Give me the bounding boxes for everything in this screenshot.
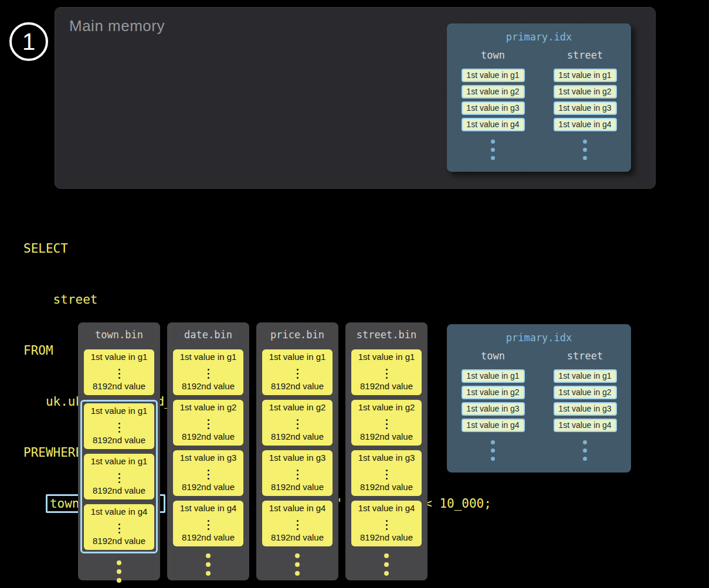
granule-last-value: 8192nd value	[182, 532, 235, 542]
main-memory-title: Main memory	[69, 17, 165, 35]
granule-first-value: 1st value in g2	[269, 402, 326, 412]
idx-entry: 1st value in g4	[462, 118, 525, 131]
idx-entry: 1st value in g2	[554, 85, 617, 98]
idx-column-street: street 1st value in g1 1st value in g2 1…	[544, 49, 626, 164]
bin-title: price.bin	[256, 322, 338, 341]
granule-first-value: 1st value in g1	[358, 352, 415, 362]
idx-entry: 1st value in g4	[554, 118, 617, 131]
idx-entry: 1st value in g1	[554, 69, 617, 82]
idx-entry: 1st value in g3	[554, 402, 617, 416]
primary-idx-title: primary.idx	[447, 23, 631, 43]
granule-first-value: 1st value in g4	[180, 503, 237, 513]
idx-entry: 1st value in g2	[462, 386, 525, 399]
idx-column-header: street	[567, 350, 603, 362]
granule-first-value: 1st value in g2	[180, 402, 237, 412]
ellipsis-dots-icon	[78, 560, 160, 587]
step-number-badge: 1	[9, 22, 48, 61]
granule-last-value: 8192nd value	[360, 482, 413, 492]
ellipsis-dots-icon	[491, 140, 495, 164]
selected-granules-box: 1st value in g1 8192nd value 1st value i…	[80, 400, 158, 553]
idx-entry: 1st value in g3	[462, 101, 525, 115]
primary-idx-panel-memory: primary.idx town 1st value in g1 1st val…	[447, 23, 631, 172]
ellipsis-dots-icon	[297, 419, 298, 431]
idx-entry: 1st value in g4	[462, 419, 525, 432]
granule-last-value: 8192nd value	[93, 536, 145, 546]
granule-block: 1st value in g2 8192nd value	[262, 400, 333, 446]
granule-block: 1st value in g1 8192nd value	[84, 454, 154, 499]
granule-first-value: 1st value in g3	[358, 453, 415, 463]
granule-block: 1st value in g1 8192nd value	[84, 349, 154, 395]
ellipsis-dots-icon	[118, 524, 120, 536]
granule-last-value: 8192nd value	[93, 381, 145, 391]
granule-first-value: 1st value in g4	[269, 503, 326, 513]
sql-indent	[23, 497, 46, 511]
idx-entry: 1st value in g1	[554, 369, 617, 383]
granule-block: 1st value in g1 8192nd value	[84, 403, 154, 449]
step-number: 1	[22, 29, 35, 55]
granule-first-value: 1st value in g2	[358, 402, 415, 412]
bin-panel-street: street.bin 1st value in g1 8192nd value …	[345, 322, 428, 580]
bin-panel-town: town.bin 1st value in g1 8192nd value 1s…	[78, 322, 160, 580]
granule-last-value: 8192nd value	[182, 431, 235, 441]
granule-last-value: 8192nd value	[271, 381, 324, 391]
idx-entry: 1st value in g3	[554, 101, 617, 115]
ellipsis-dots-icon	[208, 470, 209, 482]
idx-column-town: town 1st value in g1 1st value in g2 1st…	[452, 49, 534, 164]
idx-entry: 1st value in g2	[554, 386, 617, 399]
granule-block: 1st value in g1 8192nd value	[173, 349, 243, 395]
primary-idx-columns: town 1st value in g1 1st value in g2 1st…	[447, 49, 631, 164]
granule-last-value: 8192nd value	[360, 532, 413, 542]
granule-block: 1st value in g1 8192nd value	[262, 349, 333, 395]
ellipsis-dots-icon	[386, 520, 388, 532]
granule-block: 1st value in g1 8192nd value	[351, 349, 422, 395]
granule-last-value: 8192nd value	[93, 485, 145, 495]
ellipsis-dots-icon	[118, 423, 120, 435]
ellipsis-dots-icon	[345, 553, 428, 580]
granule-last-value: 8192nd value	[360, 431, 413, 441]
idx-entry: 1st value in g3	[462, 402, 525, 416]
ellipsis-dots-icon	[118, 369, 120, 381]
primary-idx-panel-disk: primary.idx town 1st value in g1 1st val…	[447, 324, 631, 473]
diagram-canvas: 1 Main memory primary.idx town 1st value…	[0, 0, 709, 588]
granule-first-value: 1st value in g3	[269, 453, 326, 463]
granule-block: 1st value in g3 8192nd value	[262, 450, 333, 496]
ellipsis-dots-icon	[386, 419, 388, 431]
granule-last-value: 8192nd value	[182, 381, 235, 391]
idx-column-header: street	[567, 49, 603, 61]
granule-first-value: 1st value in g1	[91, 456, 148, 466]
granule-block: 1st value in g3 8192nd value	[173, 450, 243, 496]
ellipsis-dots-icon	[297, 470, 298, 482]
ellipsis-dots-icon	[386, 369, 388, 381]
granule-last-value: 8192nd value	[182, 482, 235, 492]
ellipsis-dots-icon	[297, 520, 298, 532]
idx-entry: 1st value in g1	[462, 69, 525, 82]
granule-last-value: 8192nd value	[271, 482, 324, 492]
granule-block: 1st value in g4 8192nd value	[262, 501, 333, 546]
primary-idx-title: primary.idx	[447, 324, 631, 344]
ellipsis-dots-icon	[208, 419, 209, 431]
granule-block: 1st value in g4 8192nd value	[84, 504, 154, 550]
granule-first-value: 1st value in g4	[91, 507, 148, 516]
idx-column-header: town	[481, 49, 505, 61]
idx-column-header: town	[481, 350, 505, 362]
granule-block: 1st value in g3 8192nd value	[351, 450, 422, 496]
ellipsis-dots-icon	[256, 553, 338, 580]
granule-block: 1st value in g2 8192nd value	[173, 400, 243, 446]
ellipsis-dots-icon	[491, 440, 495, 465]
granule-block: 1st value in g2 8192nd value	[351, 400, 422, 446]
bin-panel-date: date.bin 1st value in g1 8192nd value 1s…	[167, 322, 249, 580]
ellipsis-dots-icon	[583, 440, 587, 465]
sql-line: SELECT	[23, 240, 491, 257]
granule-last-value: 8192nd value	[271, 532, 324, 542]
bin-panel-price: price.bin 1st value in g1 8192nd value 1…	[256, 322, 338, 580]
granule-first-value: 1st value in g3	[180, 453, 237, 463]
granule-first-value: 1st value in g1	[269, 352, 326, 362]
idx-entry: 1st value in g1	[462, 369, 525, 383]
ellipsis-dots-icon	[386, 470, 388, 482]
idx-entry: 1st value in g4	[554, 419, 617, 432]
granule-last-value: 8192nd value	[360, 381, 413, 391]
ellipsis-dots-icon	[297, 369, 298, 381]
granule-first-value: 1st value in g1	[91, 406, 148, 416]
idx-column-street: street 1st value in g1 1st value in g2 1…	[544, 350, 626, 465]
ellipsis-dots-icon	[118, 473, 120, 485]
